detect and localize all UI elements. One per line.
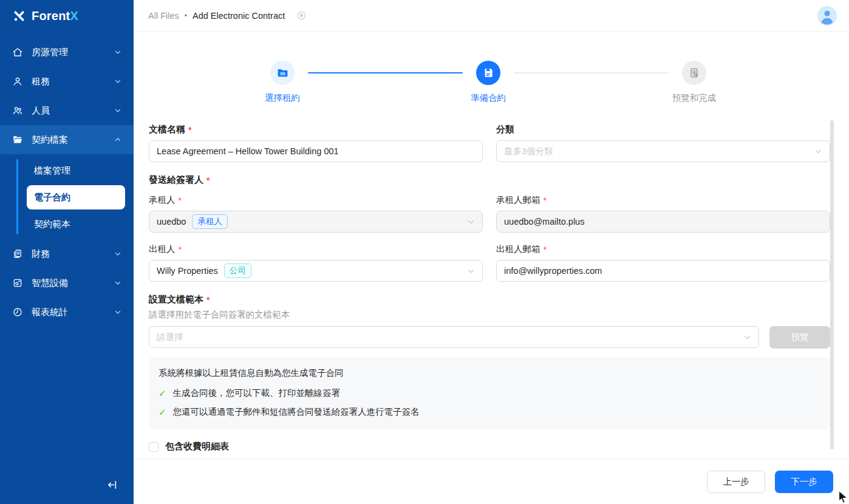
- fee-schedule-checkbox[interactable]: [149, 442, 159, 452]
- template-select[interactable]: 請選擇: [149, 326, 759, 348]
- doc-name-label: 文檔名稱*: [149, 124, 483, 135]
- user-avatar-icon: [817, 6, 837, 26]
- chevron-down-icon: [114, 107, 121, 114]
- sidebar-item-people[interactable]: 人員: [0, 96, 134, 125]
- sidebar-item-tenancy[interactable]: 租務: [0, 67, 134, 96]
- sidebar-item-properties[interactable]: 房源管理: [0, 38, 134, 67]
- fee-schedule-label: 包含收費明細表: [165, 441, 229, 452]
- top-bar: All Files • Add Electronic Contract: [134, 0, 849, 32]
- tenant-value: uuedbo: [157, 217, 186, 226]
- info-point-text: 您還可以通過電子郵件和短信將合同發送給簽署人進行電子簽名: [173, 406, 420, 418]
- step2-circle[interactable]: [476, 61, 500, 85]
- category-label: 分類: [496, 124, 830, 135]
- sidebar: ForentX 房源管理 租務 人員 契約檔案 檔案管理 電子合約 契約範本: [0, 0, 134, 504]
- sidebar-item-smart-devices[interactable]: 智慧設備: [0, 268, 134, 298]
- generation-info-box: 系統將根據以上租賃信息自動為您生成電子合同 ✓ 生成合同後，您可以下載、打印並離…: [149, 357, 830, 430]
- circle-close-icon[interactable]: [296, 10, 307, 21]
- sidebar-item-label: 智慧設備: [32, 278, 114, 289]
- tenant-field-group: 承租人* uuedbo 承租人: [149, 194, 483, 233]
- step-connector-1: [308, 72, 463, 73]
- tenant-select[interactable]: uuedbo 承租人: [149, 211, 483, 233]
- category-select[interactable]: 最多3個分類: [496, 140, 830, 162]
- required-mark: *: [206, 295, 210, 305]
- mouse-cursor: [837, 490, 849, 504]
- contract-form: 文檔名稱* 分類 最多3個分類 發送給簽署人* 承租人* uuedbo 承租人: [134, 117, 849, 458]
- wizard-content: 選擇租約 準備合約 預覽和完成 文檔名稱* 分類 最多3個分類 發送給簽署人*: [134, 32, 849, 458]
- team-icon: [12, 105, 23, 116]
- previous-step-button[interactable]: 上一步: [707, 471, 765, 493]
- landlord-field-group: 出租人* Willy Properties 公司: [149, 243, 483, 282]
- required-mark: *: [179, 196, 182, 205]
- sidebar-item-label: 契約檔案: [32, 134, 114, 146]
- sidebar-item-label: 房源管理: [32, 47, 114, 58]
- tenant-email-label: 承租人郵箱*: [496, 194, 830, 206]
- landlord-value: Willy Properties: [157, 266, 218, 276]
- required-mark: *: [188, 125, 191, 135]
- sidebar-item-reports[interactable]: 報表統計: [0, 298, 134, 327]
- required-mark: *: [206, 175, 210, 185]
- chevron-down-icon: [743, 333, 751, 341]
- required-mark: *: [544, 196, 547, 205]
- sidebar-item-contract-template[interactable]: 契約範本: [0, 211, 134, 237]
- chevron-down-icon: [114, 250, 121, 257]
- breadcrumb-current: Add Electronic Contract: [193, 11, 285, 21]
- brand-name: ForentX: [32, 9, 78, 23]
- chevron-down-icon: [814, 148, 822, 155]
- required-mark: *: [179, 245, 182, 254]
- scrollbar-thumb[interactable]: [830, 120, 834, 449]
- tenant-email-input[interactable]: [496, 211, 830, 233]
- sidebar-item-label: 人員: [32, 105, 114, 117]
- sidebar-item-contract-files[interactable]: 契約檔案: [0, 125, 134, 154]
- preview-button[interactable]: 預覽: [769, 326, 830, 349]
- collapse-sidebar-icon[interactable]: [106, 478, 119, 491]
- category-field-group: 分類 最多3個分類: [496, 124, 830, 162]
- chevron-down-icon: [114, 279, 121, 287]
- sidebar-item-label: 報表統計: [32, 307, 114, 318]
- tenant-role-tag: 承租人: [192, 214, 228, 229]
- user-icon: [12, 76, 23, 87]
- step1-circle[interactable]: [270, 61, 295, 85]
- landlord-email-input[interactable]: [496, 260, 830, 282]
- sidebar-menu: 房源管理 租務 人員 契約檔案 檔案管理 電子合約 契約範本 財務: [0, 32, 134, 465]
- step1-label: 選擇租約: [240, 92, 325, 104]
- chevron-down-icon: [467, 218, 475, 226]
- landlord-email-field-group: 出租人郵箱*: [496, 243, 830, 282]
- step3-circle[interactable]: [682, 61, 706, 85]
- sidebar-item-file-management[interactable]: 檔案管理: [0, 157, 134, 184]
- template-select-row: 請選擇 預覽: [149, 326, 830, 349]
- folder-link-icon: [276, 67, 289, 80]
- stepper: 選擇租約 準備合約 預覽和完成: [134, 61, 849, 117]
- wizard-footer: 上一步 下一步: [134, 458, 849, 504]
- fee-schedule-note: 注：該時間表基於最初的協定，不包括後來的調整。仔細審查，因為它將成為已簽署契约的…: [165, 458, 830, 458]
- doc-name-field-group: 文檔名稱*: [149, 124, 483, 162]
- breadcrumb-all-files[interactable]: All Files: [148, 11, 179, 21]
- signers-section-heading: 發送給簽署人*: [149, 174, 830, 186]
- doc-name-input[interactable]: [149, 140, 483, 162]
- fee-schedule-group: 包含收費明細表 注：該時間表基於最初的協定，不包括後來的調整。仔細審查，因為它將…: [149, 441, 830, 458]
- chevron-down-icon: [114, 78, 121, 85]
- template-placeholder: 請選擇: [157, 332, 183, 343]
- template-section-heading: 設置文檔範本*: [149, 294, 830, 305]
- folder-icon: [12, 134, 23, 145]
- landlord-email-label: 出租人郵箱*: [496, 243, 830, 255]
- submenu-indicator-line: [16, 159, 18, 234]
- tenant-email-field-group: 承租人郵箱*: [496, 194, 830, 233]
- check-icon: ✓: [159, 387, 166, 400]
- step2-label: 準備合約: [446, 92, 531, 104]
- breadcrumb: All Files • Add Electronic Contract: [148, 10, 307, 21]
- user-avatar[interactable]: [817, 6, 837, 26]
- landlord-select[interactable]: Willy Properties 公司: [149, 260, 483, 282]
- landlord-company-tag: 公司: [224, 264, 251, 278]
- next-step-button[interactable]: 下一步: [775, 471, 833, 493]
- sidebar-item-label: 財務: [32, 248, 114, 260]
- required-mark: *: [544, 245, 547, 254]
- info-title: 系統將根據以上租賃信息自動為您生成電子合同: [159, 367, 820, 379]
- contract-save-icon: [482, 67, 494, 79]
- sidebar-footer: [0, 465, 134, 504]
- step-connector-2: [514, 72, 669, 73]
- sidebar-item-finance[interactable]: 財務: [0, 239, 134, 268]
- tenant-label: 承租人*: [149, 194, 483, 206]
- sidebar-item-electronic-contract[interactable]: 電子合約: [27, 185, 125, 209]
- main-area: All Files • Add Electronic Contract: [134, 0, 849, 504]
- home-icon: [12, 47, 23, 58]
